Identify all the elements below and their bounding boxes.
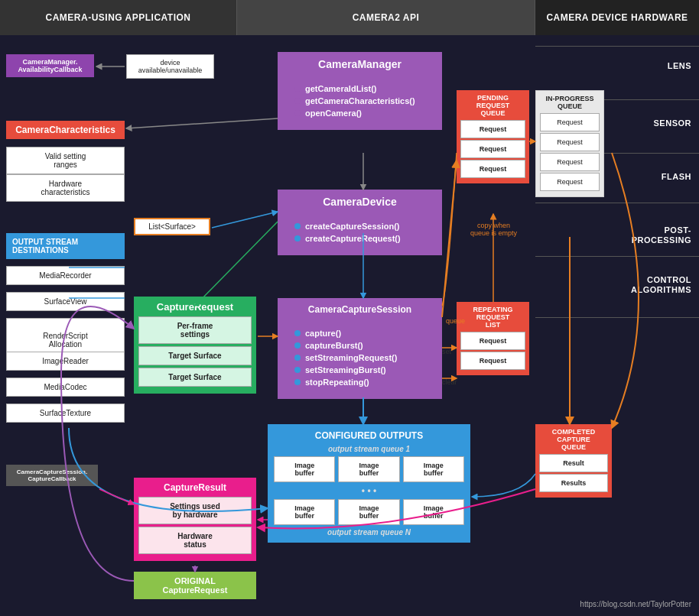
buffer-row-1: Image buffer Image buffer Image buffer — [274, 456, 464, 482]
media-recorder-box: MediaRecorder — [6, 266, 125, 285]
method-3: openCamera() — [294, 109, 425, 118]
configured-title: CONFIGURED OUTPUTS — [274, 430, 464, 441]
diagram: CAMERA-USING APPLICATION CAMERA2 API CAM… — [0, 0, 699, 616]
dot-cs-5 — [294, 379, 301, 385]
method-1: getCameraIdList() — [294, 84, 425, 93]
surface-view-label: SurfaceView — [44, 297, 87, 306]
postprocessing-label: POST- PROCESSING — [535, 225, 699, 245]
camera-manager-box: CameraManager getCameraIdList() getCamer… — [278, 52, 442, 130]
col-hw-label: CAMERA DEVICE HARDWARE — [546, 12, 688, 23]
in-progress-queue-box: IN-PROGRESS QUEUE Request Request Reques… — [535, 90, 604, 197]
renderscript-label: RenderScript Allocation — [43, 332, 87, 349]
repeating-list-box: REPEATING REQUEST LIST Request Request — [457, 302, 529, 375]
method-2: getCameraCharacteristics() — [294, 96, 425, 105]
col-header-hw: CAMERA DEVICE HARDWARE — [535, 0, 699, 35]
lens-text: LENS — [668, 61, 691, 70]
buf-2-3: Image buffer — [403, 499, 464, 525]
method-cs-5: stopRepeating() — [294, 378, 425, 387]
per-frame-label: Per-frame settings — [177, 322, 213, 339]
method-cd-2: createCaptureRequest() — [294, 234, 425, 243]
capture-session-title: CameraCaptureSession — [285, 304, 434, 315]
image-reader-label: ImageReader — [42, 357, 89, 365]
settings-used-label: Settings used by hardware — [170, 502, 220, 519]
session-callback-box: CameraCaptureSession. CaptureCallback — [6, 465, 98, 486]
session-callback-label: CameraCaptureSession. CaptureCallback — [17, 468, 87, 482]
buf-1-1: Image buffer — [274, 456, 335, 482]
result-1: Result — [539, 454, 608, 472]
dot-cs-2 — [294, 342, 301, 349]
credit-text: https://blog.csdn.net/TaylorPotter — [580, 600, 691, 608]
streamN-label: output stream queue N — [274, 528, 464, 537]
hw-divider-5 — [535, 256, 699, 257]
original-capture-label: ORIGINAL CaptureRequest — [163, 576, 228, 595]
svg-line-12 — [99, 489, 134, 504]
set-label: set — [442, 348, 451, 355]
repeat-req-1: Request — [460, 332, 525, 350]
valid-setting-box: Valid setting ranges — [6, 147, 125, 174]
hw-characteristics-box: Hardware characteristics — [6, 174, 125, 202]
image-reader-box: ImageReader — [6, 352, 125, 371]
hw-status-label: Hardware status — [177, 532, 213, 549]
camera-characteristics-box: CameraCharacteristics — [6, 121, 125, 139]
result-2: Results — [539, 474, 608, 492]
renderscript-box: RenderScript Allocation — [6, 318, 125, 354]
completed-title: COMPLETED CAPTURE QUEUE — [538, 428, 610, 451]
list-surface-label: List<Surface> — [148, 222, 196, 231]
capture-result-box: CaptureResult Settings used by hardware … — [134, 478, 256, 561]
capture-request-box: CaptureRequest Per-frame settings Target… — [134, 297, 256, 394]
target-surface-label-1: Target Surface — [168, 352, 221, 360]
camera-manager-title: CameraManager — [285, 58, 434, 70]
pending-queue-title: PENDING REQUEST QUEUE — [459, 94, 527, 117]
method-cs-3: setStreamingRequest() — [294, 353, 425, 362]
method-cs-2: captureBurst() — [294, 341, 425, 350]
dot-cs-1 — [294, 330, 301, 336]
sensor-text: SENSOR — [654, 118, 691, 128]
col-header-app: CAMERA-USING APPLICATION — [0, 0, 237, 35]
in-progress-title: IN-PROGRESS QUEUE — [538, 95, 601, 110]
configured-outputs-box: CONFIGURED OUTPUTS output stream queue 1… — [268, 424, 470, 543]
dots: • • • — [274, 485, 464, 496]
inprog-req-3: Request — [540, 153, 600, 171]
dot-3 — [294, 110, 301, 116]
method-cs-4: setStreamingBurst() — [294, 365, 425, 374]
hw-divider-6 — [535, 317, 699, 318]
camera-device-title: CameraDevice — [285, 196, 434, 208]
copy-text: copy when queue is empty — [457, 214, 530, 237]
surface-texture-label: SurfaceTexture — [40, 409, 91, 417]
pending-req-3: Request — [460, 160, 525, 178]
camera-device-box: CameraDevice createCaptureSession() crea… — [278, 190, 442, 255]
hw-divider-4 — [535, 203, 699, 203]
pending-queue-box: PENDING REQUEST QUEUE Request Request Re… — [457, 90, 529, 183]
dot-1 — [294, 86, 301, 92]
col-api-label: CAMERA2 API — [353, 12, 420, 23]
target-surface-box-1: Target Surface — [138, 346, 252, 365]
media-codec-box: MediaCodec — [6, 378, 125, 397]
buf-2-1: Image buffer — [274, 499, 335, 525]
repeating-title: REPEATING REQUEST LIST — [459, 306, 527, 329]
dot-cs-4 — [294, 367, 301, 373]
queue-label: queue — [446, 317, 465, 325]
buf-1-2: Image buffer — [338, 456, 399, 482]
media-recorder-label: MediaRecorder — [39, 271, 91, 280]
pending-req-1: Request — [460, 120, 525, 138]
hw-status-box: Hardware status — [138, 527, 252, 554]
device-avail-label: device available/unavailable — [138, 59, 203, 74]
media-codec-label: MediaCodec — [44, 383, 86, 391]
completed-queue-box: COMPLETED CAPTURE QUEUE Result Results — [535, 424, 612, 498]
inprog-req-4: Request — [540, 173, 600, 191]
postprocessing-text: POST- PROCESSING — [632, 225, 691, 245]
original-capture-box: ORIGINAL CaptureRequest — [134, 572, 256, 599]
hw-char-label: Hardware characteristics — [41, 180, 90, 196]
availability-callback-box: CameraManager. AvailabilityCallback — [6, 54, 94, 77]
svg-line-3 — [212, 212, 278, 228]
control-label: CONTROL ALGORITHMS — [535, 275, 699, 295]
capture-session-methods: capture() captureBurst() setStreamingReq… — [285, 319, 434, 396]
per-frame-box: Per-frame settings — [138, 316, 252, 344]
output-stream-header: OUTPUT STREAM DESTINATIONS — [6, 233, 125, 259]
stream1-label: output stream queue 1 — [274, 445, 464, 453]
list-surface-box: List<Surface> — [134, 218, 210, 235]
dot-cs-3 — [294, 355, 301, 361]
capture-result-title: CaptureResult — [138, 482, 252, 493]
clear-label: clear — [442, 378, 457, 386]
svg-line-1 — [126, 118, 278, 128]
